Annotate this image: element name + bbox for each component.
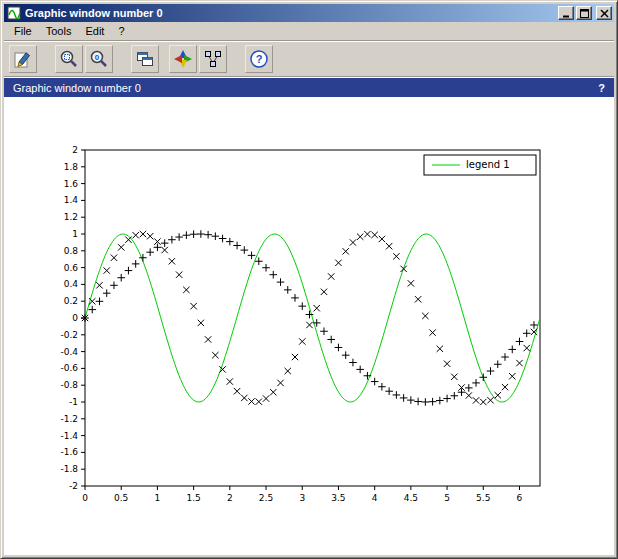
titlebar[interactable]: Graphic window number 0 (4, 4, 614, 22)
svg-text:2: 2 (72, 145, 78, 155)
ged-icon (203, 49, 223, 69)
svg-text:?: ? (256, 53, 263, 65)
svg-text:1: 1 (72, 229, 78, 239)
svg-text:6: 6 (517, 493, 523, 503)
unzoom-icon: 0 (89, 49, 109, 69)
svg-text:-1.2: -1.2 (60, 414, 78, 424)
svg-text:0: 0 (82, 493, 88, 503)
help-icon: ? (249, 49, 269, 69)
svg-text:5.5: 5.5 (476, 493, 490, 503)
svg-text:-2: -2 (69, 481, 78, 491)
svg-text:-1: -1 (69, 397, 78, 407)
svg-text:1.6: 1.6 (64, 179, 79, 189)
window-title: Graphic window number 0 (25, 7, 554, 19)
infobar-help-icon[interactable]: ? (598, 82, 605, 94)
svg-text:-0.8: -0.8 (60, 380, 78, 390)
menubar: File Tools Edit ? (4, 22, 614, 41)
svg-text:4.5: 4.5 (404, 493, 418, 503)
svg-text:1.8: 1.8 (64, 162, 79, 172)
minimize-icon (562, 9, 571, 18)
toolbar: 0 (4, 41, 614, 77)
menu-item-help[interactable]: ? (111, 23, 131, 39)
svg-text:2.5: 2.5 (259, 493, 273, 503)
export-icon (13, 49, 33, 69)
svg-text:0.2: 0.2 (64, 296, 78, 306)
menu-item-file[interactable]: File (7, 23, 39, 39)
plot-area: 21.81.61.41.210.80.60.40.20-0.2-0.4-0.6-… (4, 97, 614, 555)
svg-text:1.5: 1.5 (186, 493, 200, 503)
maximize-icon (580, 9, 589, 18)
original-view-icon (135, 49, 155, 69)
svg-text:0: 0 (95, 53, 100, 62)
svg-text:4: 4 (372, 493, 378, 503)
window-controls (558, 6, 612, 20)
zoom-area-button[interactable] (55, 45, 83, 73)
svg-text:-1.6: -1.6 (60, 447, 78, 457)
graphic-window: Graphic window number 0 File Tools Edit … (0, 0, 618, 559)
svg-text:-0.2: -0.2 (60, 330, 78, 340)
infobar-title: Graphic window number 0 (13, 82, 598, 94)
svg-text:3: 3 (299, 493, 305, 503)
svg-text:3.5: 3.5 (331, 493, 345, 503)
unzoom-button[interactable]: 0 (85, 45, 113, 73)
zoom-area-icon (59, 49, 79, 69)
svg-text:5: 5 (444, 493, 450, 503)
close-button[interactable] (596, 6, 612, 20)
svg-text:1: 1 (155, 493, 161, 503)
app-icon (7, 6, 21, 20)
svg-text:1.4: 1.4 (64, 195, 79, 205)
help-button[interactable]: ? (245, 45, 273, 73)
svg-text:0.5: 0.5 (114, 493, 128, 503)
svg-text:-0.6: -0.6 (60, 363, 78, 373)
menu-item-edit[interactable]: Edit (78, 23, 111, 39)
plot-canvas[interactable]: 21.81.61.41.210.80.60.40.20-0.2-0.4-0.6-… (4, 97, 614, 555)
svg-text:-0.4: -0.4 (60, 347, 78, 357)
maximize-button[interactable] (576, 6, 592, 20)
rotation-3d-icon (173, 49, 193, 69)
svg-text:0.6: 0.6 (64, 263, 79, 273)
close-icon (600, 9, 609, 18)
svg-text:0: 0 (72, 313, 78, 323)
svg-text:legend 1: legend 1 (466, 159, 510, 170)
rotation-3d-button[interactable] (169, 45, 197, 73)
minimize-button[interactable] (558, 6, 574, 20)
original-view-button[interactable] (131, 45, 159, 73)
svg-text:-1.8: -1.8 (60, 464, 78, 474)
ged-button[interactable] (199, 45, 227, 73)
svg-text:1.2: 1.2 (64, 212, 78, 222)
infobar: Graphic window number 0 ? (4, 77, 614, 97)
menu-item-tools[interactable]: Tools (39, 23, 79, 39)
svg-text:0.4: 0.4 (64, 279, 79, 289)
svg-text:0.8: 0.8 (64, 246, 79, 256)
export-button[interactable] (9, 45, 37, 73)
svg-text:-1.4: -1.4 (60, 431, 78, 441)
svg-text:2: 2 (227, 493, 233, 503)
